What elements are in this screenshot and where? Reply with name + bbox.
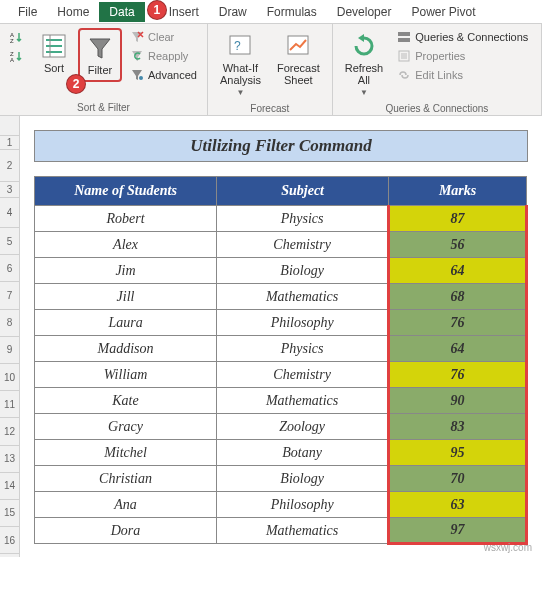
cell-subject[interactable]: Zoology [217,414,389,440]
cell-subject[interactable]: Chemistry [217,362,389,388]
cell-name[interactable]: Alex [35,232,217,258]
menu-data[interactable]: Data 1 [99,2,144,22]
reapply-button[interactable]: Reapply [126,47,201,65]
row-header[interactable]: 4 [0,198,20,228]
menu-powerpivot[interactable]: Power Pivot [401,2,485,22]
row-header[interactable]: 6 [0,255,20,282]
sort-desc-button[interactable]: ZA [6,47,28,65]
row-header[interactable]: 16 [0,527,20,554]
filter-button[interactable]: Filter 2 [78,28,122,82]
cell-name[interactable]: Kate [35,388,217,414]
cell-name[interactable]: William [35,362,217,388]
callout-1: 1 [147,0,167,20]
row-header[interactable]: 5 [0,228,20,255]
row-header[interactable]: 17 [0,554,20,557]
cell-subject[interactable]: Mathematics [217,388,389,414]
header-name[interactable]: Name of Students [35,177,217,206]
cell-subject[interactable]: Botany [217,440,389,466]
cell-name[interactable]: Christian [35,466,217,492]
row-header[interactable]: 2 [0,150,20,182]
sort-button[interactable]: Sort [34,28,74,78]
cell-marks[interactable]: 83 [389,414,527,440]
row-header[interactable]: 11 [0,391,20,418]
svg-text:?: ? [234,39,241,53]
row-header[interactable]: 15 [0,500,20,527]
header-marks[interactable]: Marks [389,177,527,206]
sort-label: Sort [44,62,64,74]
filter-icon [86,34,114,62]
properties-button[interactable]: Properties [393,47,532,65]
reapply-icon [130,49,144,63]
dropdown-icon: ▼ [236,88,244,97]
advanced-button[interactable]: Advanced [126,66,201,84]
refresh-button[interactable]: Refresh All ▼ [339,28,390,101]
menu-file[interactable]: File [8,2,47,22]
menubar: File Home Data 1 Insert Draw Formulas De… [0,0,542,24]
whatif-button[interactable]: ? What-If Analysis ▼ [214,28,267,101]
cell-marks[interactable]: 70 [389,466,527,492]
ribbon-group-forecast: ? What-If Analysis ▼ Forecast Sheet Fore… [208,24,333,115]
cell-name[interactable]: Gracy [35,414,217,440]
forecast-sheet-button[interactable]: Forecast Sheet [271,28,326,90]
row-header[interactable]: 10 [0,364,20,391]
cell-subject[interactable]: Mathematics [217,518,389,544]
cell-subject[interactable]: Philosophy [217,492,389,518]
menu-data-label: Data [109,5,134,19]
cell-name[interactable]: Mitchel [35,440,217,466]
cell-subject[interactable]: Biology [217,466,389,492]
cell-marks[interactable]: 95 [389,440,527,466]
cell-marks[interactable]: 90 [389,388,527,414]
cell-name[interactable]: Jill [35,284,217,310]
table-row: WilliamChemistry76 [35,362,527,388]
cell-subject[interactable]: Biology [217,258,389,284]
cell-marks[interactable]: 68 [389,284,527,310]
row-header[interactable]: 14 [0,473,20,500]
cell-marks[interactable]: 76 [389,310,527,336]
menu-formulas[interactable]: Formulas [257,2,327,22]
sort-icon [40,32,68,60]
page-title: Utilizing Filter Command [34,130,528,162]
row-header[interactable]: 3 [0,182,20,198]
cell-name[interactable]: Robert [35,206,217,232]
menu-home[interactable]: Home [47,2,99,22]
row-header[interactable]: 9 [0,337,20,364]
row-header[interactable]: 7 [0,282,20,309]
svg-text:A: A [10,57,14,63]
editlinks-button[interactable]: Edit Links [393,66,532,84]
table-row: RobertPhysics87 [35,206,527,232]
row-header[interactable]: 12 [0,418,20,445]
header-subject[interactable]: Subject [217,177,389,206]
editlinks-icon [397,68,411,82]
forecast-group-label: Forecast [214,101,326,114]
queries-conn-label: Queries & Connections [415,31,528,43]
cell-subject[interactable]: Physics [217,206,389,232]
cell-subject[interactable]: Physics [217,336,389,362]
cell-name[interactable]: Maddison [35,336,217,362]
cell-name[interactable]: Dora [35,518,217,544]
cell-marks[interactable]: 76 [389,362,527,388]
row-header[interactable]: 1 [0,136,20,150]
cell-marks[interactable]: 97 [389,518,527,544]
cell-subject[interactable]: Mathematics [217,284,389,310]
forecast-sheet-icon [284,32,312,60]
cell-marks[interactable]: 87 [389,206,527,232]
menu-developer[interactable]: Developer [327,2,402,22]
row-header[interactable]: 8 [0,310,20,337]
menu-draw[interactable]: Draw [209,2,257,22]
cell-marks[interactable]: 64 [389,336,527,362]
queries-conn-button[interactable]: Queries & Connections [393,28,532,46]
cell-name[interactable]: Jim [35,258,217,284]
row-header[interactable]: 13 [0,446,20,473]
ribbon-group-sortfilter: AZ ZA Sort Filter [0,24,208,115]
cell-marks[interactable]: 64 [389,258,527,284]
filter-label: Filter [88,64,112,76]
sort-asc-button[interactable]: AZ [6,28,28,46]
cell-name[interactable]: Laura [35,310,217,336]
cell-marks[interactable]: 63 [389,492,527,518]
cell-subject[interactable]: Philosophy [217,310,389,336]
cell-name[interactable]: Ana [35,492,217,518]
clear-button[interactable]: Clear [126,28,201,46]
sort-asc-icon: AZ [10,30,24,44]
cell-subject[interactable]: Chemistry [217,232,389,258]
cell-marks[interactable]: 56 [389,232,527,258]
